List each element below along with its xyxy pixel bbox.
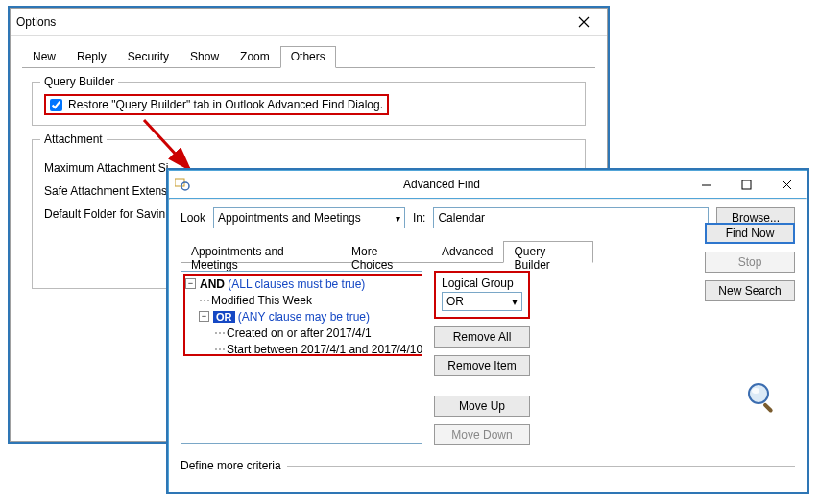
logical-group-select[interactable]: OR ▾ [442, 292, 522, 311]
tree-clause-1[interactable]: ⋯ Modified This Week [185, 292, 418, 308]
look-select[interactable]: Appointments and Meetings ▾ [213, 207, 405, 228]
af-title: Advanced Find [198, 178, 686, 191]
look-value: Appointments and Meetings [218, 211, 361, 225]
query-builder-legend: Query Builder [40, 75, 118, 88]
in-value: Calendar [438, 211, 485, 225]
af-close-button[interactable] [766, 172, 807, 197]
tab-security[interactable]: Security [117, 46, 180, 68]
or-hint: (ANY clause may be true) [238, 310, 370, 324]
af-tabstrip: Appointments and Meetings More Choices A… [181, 240, 593, 263]
close-icon [578, 16, 590, 28]
and-hint: (ALL clauses must be true) [228, 277, 365, 291]
move-up-button[interactable]: Move Up [434, 396, 530, 417]
logical-group-label: Logical Group [442, 276, 522, 290]
af-right-buttons: Find Now Stop New Search [705, 223, 795, 301]
af-minimize-button[interactable] [686, 172, 726, 197]
attachment-legend: Attachment [40, 132, 107, 146]
in-label: In: [413, 211, 425, 225]
tab-show[interactable]: Show [180, 46, 229, 68]
af-maximize-button[interactable] [726, 172, 766, 197]
stop-button[interactable]: Stop [705, 252, 795, 273]
af-tab-more[interactable]: More Choices [341, 241, 431, 263]
svg-rect-7 [762, 402, 773, 413]
tab-zoom[interactable]: Zoom [229, 46, 280, 68]
app-icon [175, 177, 190, 192]
tab-reply[interactable]: Reply [66, 46, 117, 68]
define-line [287, 466, 795, 467]
tree-or-row[interactable]: − OR (ANY clause may be true) [185, 308, 418, 324]
clause2-label: Created on or after 2017/4/1 [227, 326, 372, 340]
new-search-button[interactable]: New Search [705, 280, 795, 301]
minimize-icon [701, 180, 711, 190]
svg-point-6 [752, 388, 759, 394]
logical-group-value: OR [446, 295, 464, 308]
tree-side-controls: Logical Group OR ▾ Remove All Remove Ite… [434, 271, 530, 445]
tree-clause-2[interactable]: ⋯ Created on or after 2017/4/1 [185, 324, 418, 341]
restore-qb-label: Restore "Query Builder" tab in Outlook A… [68, 98, 383, 111]
logical-group-box: Logical Group OR ▾ [434, 271, 530, 319]
and-label: AND [200, 277, 225, 291]
tree-and-row[interactable]: − AND (ALL clauses must be true) [185, 276, 418, 292]
options-close-button[interactable] [566, 12, 601, 33]
collapse-icon[interactable]: − [199, 311, 209, 322]
options-tabstrip: New Reply Security Show Zoom Others [22, 45, 595, 68]
restore-qb-checkbox[interactable] [50, 99, 62, 111]
options-title: Options [16, 15, 566, 29]
tab-new[interactable]: New [22, 46, 66, 68]
chevron-down-icon: ▾ [396, 213, 400, 224]
or-label: OR [213, 311, 235, 323]
query-builder-group: Query Builder Restore "Query Builder" ta… [32, 82, 586, 126]
magnifier-icon [745, 380, 780, 415]
remove-item-button[interactable]: Remove Item [434, 355, 530, 376]
clause3-label: Start between 2017/4/1 and 2017/4/10 [227, 343, 422, 356]
svg-rect-4 [742, 180, 751, 189]
look-row: Look Appointments and Meetings ▾ In: Cal… [181, 207, 795, 228]
define-label: Define more criteria [181, 459, 281, 472]
tree-connector-icon: ⋯ [214, 343, 225, 356]
move-down-button[interactable]: Move Down [434, 424, 530, 445]
af-tab-appts[interactable]: Appointments and Meetings [181, 241, 341, 263]
clause1-label: Modified This Week [211, 294, 312, 307]
find-now-button[interactable]: Find Now [705, 223, 795, 244]
remove-all-button[interactable]: Remove All [434, 326, 530, 348]
maximize-icon [741, 180, 752, 190]
tree-connector-icon: ⋯ [214, 326, 225, 340]
af-titlebar: Advanced Find [169, 171, 807, 198]
tree-clause-3[interactable]: ⋯ Start between 2017/4/1 and 2017/4/10 [185, 341, 418, 357]
options-titlebar: Options [11, 9, 607, 36]
look-label: Look [181, 211, 205, 225]
svg-point-5 [749, 384, 768, 403]
in-input[interactable]: Calendar [433, 207, 709, 228]
define-criteria-group: Define more criteria [181, 459, 795, 472]
collapse-icon[interactable]: − [185, 278, 196, 289]
advanced-find-window: Advanced Find Look Appointments and Meet… [168, 170, 807, 492]
chevron-down-icon: ▾ [512, 295, 518, 308]
tree-connector-icon: ⋯ [199, 294, 209, 307]
close-icon [782, 180, 792, 190]
af-tab-qb[interactable]: Query Builder [503, 241, 593, 263]
af-tab-advanced[interactable]: Advanced [431, 241, 503, 263]
criteria-tree[interactable]: − AND (ALL clauses must be true) ⋯ Modif… [181, 271, 422, 444]
tab-others[interactable]: Others [280, 46, 336, 68]
